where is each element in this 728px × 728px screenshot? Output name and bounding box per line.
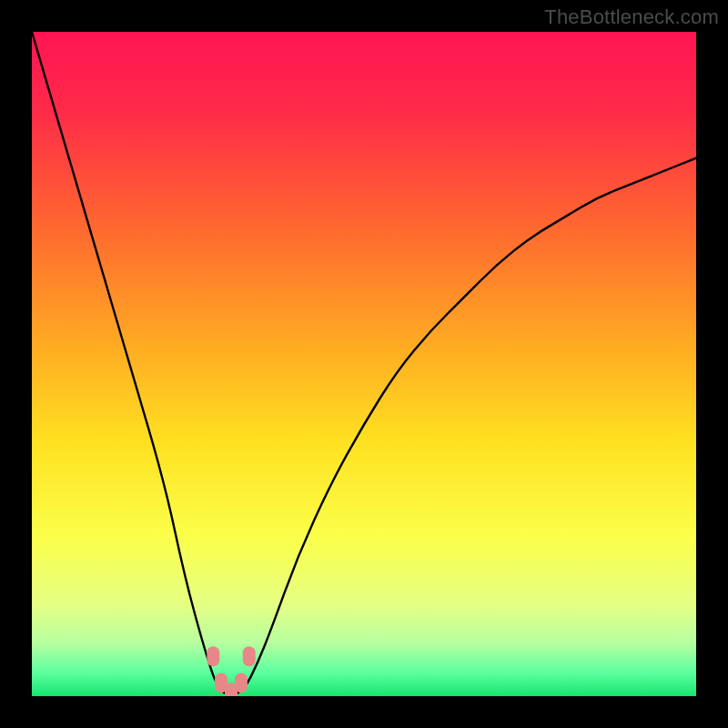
- curve-markers: [207, 646, 255, 696]
- plot-area: [32, 32, 696, 696]
- curve-marker: [235, 672, 248, 693]
- bottleneck-curve: [32, 32, 696, 696]
- watermark-label: TheBottleneck.com: [544, 5, 719, 29]
- chart-frame: TheBottleneck.com: [0, 0, 728, 728]
- curve-marker: [207, 646, 219, 666]
- curve-marker: [243, 646, 256, 666]
